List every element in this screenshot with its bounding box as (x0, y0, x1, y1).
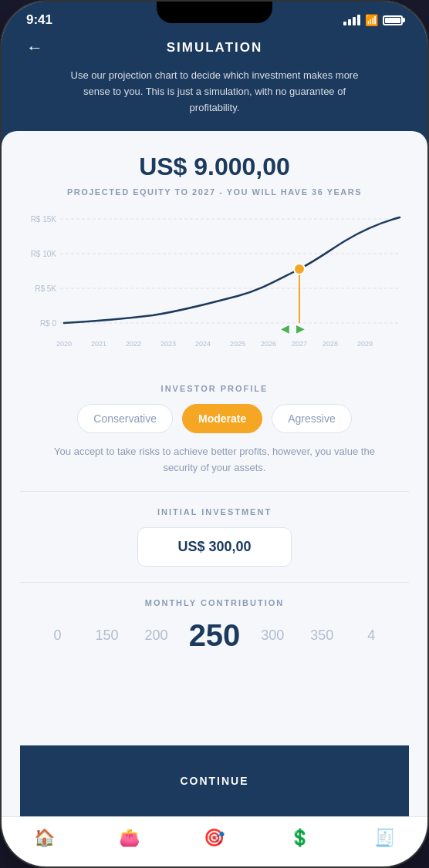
svg-text:R$ 5K: R$ 5K (35, 284, 56, 293)
profile-btn-aggressive[interactable]: Agressive (272, 404, 351, 433)
target-icon: 🎯 (204, 828, 225, 848)
initial-investment-value: US$ 300,00 (137, 527, 292, 567)
investor-profile-title: INVESTOR PROFILE (20, 384, 409, 393)
divider-1 (20, 491, 409, 492)
svg-text:▶: ▶ (296, 322, 305, 335)
nav-home[interactable]: 🏠 (34, 828, 55, 848)
contrib-6[interactable]: 4 (354, 627, 388, 644)
page-title: SIMULATION (167, 40, 263, 56)
status-time: 9:41 (26, 12, 52, 28)
profile-btn-moderate[interactable]: Moderate (182, 404, 262, 433)
svg-text:2024: 2024 (195, 340, 211, 348)
chart-container: R$ 15K R$ 10K R$ 5K R$ 0 ◀ ▶ 2020 202 (20, 211, 409, 365)
phone-inner: 9:41 📶 ← SIMULATION Use our projection c… (2, 2, 427, 866)
svg-text:R$ 15K: R$ 15K (31, 215, 57, 224)
svg-text:2023: 2023 (160, 340, 176, 348)
wallet-icon: 👛 (119, 828, 140, 848)
projected-amount: US$ 9.000,00 (20, 153, 409, 181)
contrib-5[interactable]: 350 (305, 627, 339, 644)
svg-text:◀: ◀ (281, 322, 289, 335)
projected-label: PROJECTED EQUITY TO 2027 - YOU WILL HAVE… (20, 186, 409, 199)
profile-btn-conservative[interactable]: Conservative (77, 404, 173, 433)
back-button[interactable]: ← (20, 35, 49, 61)
svg-text:2020: 2020 (56, 340, 72, 348)
continue-button[interactable]: CONTINUE (39, 761, 390, 801)
svg-text:R$ 10K: R$ 10K (31, 250, 57, 258)
header-row: ← SIMULATION (20, 40, 409, 56)
dollar-icon: 💲 (289, 828, 310, 848)
contrib-4[interactable]: 300 (255, 627, 289, 644)
nav-wallet[interactable]: 👛 (119, 828, 140, 848)
main-card: US$ 9.000,00 PROJECTED EQUITY TO 2027 - … (2, 131, 427, 816)
contrib-1[interactable]: 150 (90, 627, 124, 644)
svg-text:2022: 2022 (126, 340, 141, 348)
nav-target[interactable]: 🎯 (204, 828, 225, 848)
svg-text:2025: 2025 (230, 340, 245, 348)
bottom-nav: 🏠 👛 🎯 💲 🧾 (2, 816, 427, 866)
header: ← SIMULATION Use our projection chart to… (2, 32, 427, 131)
contribution-scroll[interactable]: 0 150 200 250 300 350 4 (20, 618, 409, 661)
svg-text:2021: 2021 (91, 340, 106, 348)
contrib-3-active[interactable]: 250 (189, 618, 241, 653)
header-subtitle: Use our projection chart to decide which… (68, 68, 361, 116)
divider-2 (20, 582, 409, 583)
nav-receipt[interactable]: 🧾 (374, 828, 395, 848)
receipt-icon: 🧾 (374, 828, 395, 848)
continue-btn-area: CONTINUE (20, 745, 409, 816)
monthly-contribution-title: MONTHLY CONTRIBUTION (20, 598, 409, 607)
profile-description: You accept to take risks to achieve bett… (20, 444, 409, 476)
battery-fill (385, 18, 400, 23)
initial-investment-title: INITIAL INVESTMENT (20, 507, 409, 516)
svg-text:R$ 0: R$ 0 (40, 319, 57, 328)
home-icon: 🏠 (34, 828, 55, 848)
status-icons: 📶 (343, 14, 403, 26)
nav-dollar[interactable]: 💲 (289, 828, 310, 848)
chart-svg: R$ 15K R$ 10K R$ 5K R$ 0 ◀ ▶ 2020 202 (20, 211, 409, 365)
profile-buttons: Conservative Moderate Agressive (20, 404, 409, 433)
svg-text:2029: 2029 (357, 340, 373, 348)
notch (157, 2, 272, 23)
wifi-icon: 📶 (365, 14, 378, 26)
battery-icon (383, 15, 403, 25)
contrib-0[interactable]: 0 (41, 627, 75, 644)
signal-bars-icon (343, 15, 360, 25)
svg-point-9 (294, 264, 305, 274)
svg-text:2026: 2026 (261, 340, 276, 348)
svg-text:2027: 2027 (292, 340, 307, 348)
contrib-2[interactable]: 200 (140, 627, 174, 644)
svg-text:2028: 2028 (323, 340, 338, 348)
phone-frame: 9:41 📶 ← SIMULATION Use our projection c… (0, 0, 429, 868)
